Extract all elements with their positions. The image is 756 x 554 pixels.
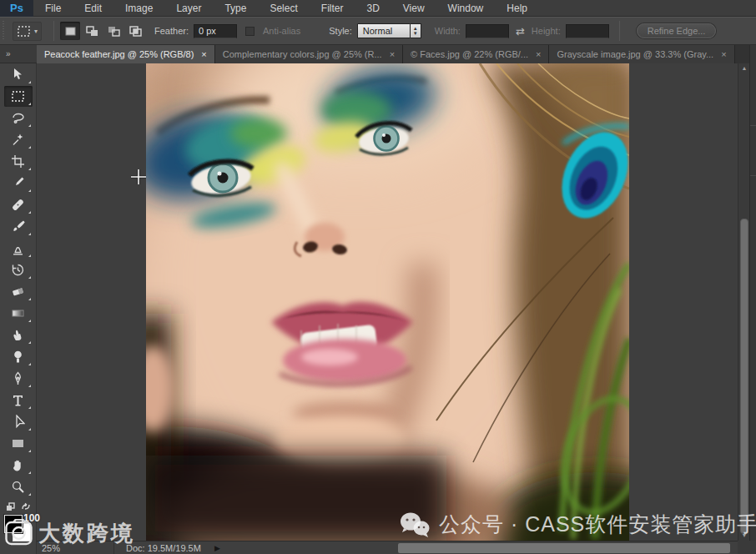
- anti-alias-checkbox[interactable]: [245, 27, 255, 36]
- bigdata-watermark: 100 大数跨境: [5, 514, 135, 547]
- menu-bar: Ps File Edit Image Layer Type Select Fil…: [0, 0, 756, 17]
- style-spinner[interactable]: ▲ ▼: [411, 23, 421, 38]
- double-arrow-icon: »: [6, 49, 10, 58]
- rectangular-marquee-tool[interactable]: [4, 86, 33, 107]
- clone-stamp-tool[interactable]: [4, 238, 33, 259]
- camera-logo-icon: 100: [5, 514, 35, 547]
- new-selection-button[interactable]: [60, 22, 80, 40]
- status-bar: 25% Doc: 19.5M/19.5M ▶: [37, 541, 738, 554]
- divider: [619, 21, 620, 41]
- move-tool[interactable]: [4, 64, 33, 85]
- zoom-tool[interactable]: [4, 476, 33, 497]
- tools-panel: [0, 63, 37, 554]
- feather-input[interactable]: [194, 24, 237, 38]
- feather-label: Feather:: [154, 26, 189, 36]
- close-icon[interactable]: ×: [536, 49, 541, 59]
- history-brush-tool[interactable]: [4, 259, 33, 280]
- document-canvas-area[interactable]: [37, 63, 738, 541]
- height-label: Height:: [532, 26, 561, 36]
- spinner-down-icon: ▼: [413, 31, 418, 36]
- eraser-tool[interactable]: [4, 281, 33, 302]
- chevron-down-icon: ▾: [34, 28, 38, 35]
- pen-tool[interactable]: [4, 368, 33, 389]
- tab-grayscale-image[interactable]: Grayscale image.jpg @ 33.3% (Gray... ×: [549, 45, 734, 63]
- panel-dock-edge: [749, 45, 756, 554]
- watermark-text: 公众号 · CASS软件安装管家助手: [439, 511, 756, 538]
- horizontal-scrollbar-thumb[interactable]: [398, 543, 730, 553]
- tab-title: Peacock feather.jpg @ 25% (RGB/8): [44, 49, 194, 59]
- refine-edge-button[interactable]: Refine Edge...: [637, 23, 717, 38]
- hand-tool[interactable]: [4, 455, 33, 476]
- path-selection-tool[interactable]: [4, 411, 33, 432]
- brush-tool[interactable]: [4, 216, 33, 237]
- doc-size-readout: Doc: 19.5M/19.5M: [126, 543, 201, 553]
- style-label: Style:: [329, 26, 352, 36]
- menu-filter[interactable]: Filter: [310, 0, 355, 17]
- gradient-tool[interactable]: [4, 303, 33, 324]
- add-to-selection-button[interactable]: [82, 22, 102, 40]
- crosshair-cursor: [130, 169, 147, 185]
- watermark-badge: 100: [23, 512, 40, 524]
- menu-3d[interactable]: 3D: [355, 0, 391, 17]
- width-input[interactable]: [466, 24, 509, 38]
- divider: [53, 21, 54, 41]
- dodge-tool[interactable]: [4, 346, 33, 367]
- tab-title: Grayscale image.jpg @ 33.3% (Gray...: [557, 49, 713, 59]
- vertical-scrollbar-thumb[interactable]: [740, 219, 748, 534]
- tab-complementary-colors[interactable]: Complementary colors.jpg @ 25% (R... ×: [215, 45, 403, 63]
- photoshop-logo: Ps: [0, 0, 33, 17]
- smudge-tool[interactable]: [4, 325, 33, 345]
- intersect-selection-button[interactable]: [125, 22, 145, 40]
- tab-title: Complementary colors.jpg @ 25% (R...: [223, 49, 382, 59]
- document-tab-bar: Peacock feather.jpg @ 25% (RGB/8) × Comp…: [37, 45, 749, 63]
- subtract-from-selection-button[interactable]: [103, 22, 123, 40]
- menu-type[interactable]: Type: [213, 0, 258, 17]
- default-colors-icon[interactable]: [6, 502, 16, 511]
- swap-dimensions-icon[interactable]: ⇄: [516, 25, 525, 38]
- watermark-text: 大数跨境: [38, 522, 135, 547]
- status-flyout-icon[interactable]: ▶: [214, 544, 220, 552]
- close-icon[interactable]: ×: [721, 49, 726, 59]
- menu-view[interactable]: View: [391, 0, 436, 17]
- tab-title: © Faces.jpg @ 22% (RGB/...: [411, 49, 528, 59]
- tab-peacock-feather[interactable]: Peacock feather.jpg @ 25% (RGB/8) ×: [37, 45, 215, 63]
- vertical-scrollbar[interactable]: ▲ ▼: [738, 63, 749, 541]
- height-input[interactable]: [566, 24, 609, 38]
- marquee-preset-icon: [17, 24, 31, 38]
- close-icon[interactable]: ×: [390, 49, 395, 59]
- tool-preset-picker[interactable]: ▾: [13, 22, 42, 41]
- peacock-feather-photo[interactable]: [146, 63, 629, 541]
- menu-layer[interactable]: Layer: [164, 0, 213, 17]
- menu-file[interactable]: File: [33, 0, 73, 17]
- style-dropdown[interactable]: Normal: [357, 23, 411, 38]
- photoshop-window: Ps File Edit Image Layer Type Select Fil…: [0, 0, 756, 554]
- options-bar-grip[interactable]: [3, 21, 4, 41]
- magic-wand-tool[interactable]: [4, 129, 33, 150]
- menu-edit[interactable]: Edit: [73, 0, 113, 17]
- wechat-watermark: 公众号 · CASS软件安装管家助手: [399, 511, 756, 538]
- type-tool[interactable]: [4, 390, 33, 410]
- anti-alias-label: Anti-alias: [263, 26, 300, 36]
- healing-brush-tool[interactable]: [4, 194, 33, 215]
- eyedropper-tool[interactable]: [4, 173, 33, 194]
- crop-tool[interactable]: [4, 151, 33, 172]
- width-label: Width:: [435, 26, 461, 36]
- tool-options-bar: ▾ Feather: Anti-alias Style: Normal ▲ ▼ …: [0, 17, 756, 45]
- wechat-icon: [399, 511, 431, 538]
- scroll-up-icon[interactable]: ▲: [738, 63, 750, 73]
- window-corner: [738, 541, 756, 554]
- menu-image[interactable]: Image: [113, 0, 164, 17]
- tab-faces[interactable]: © Faces.jpg @ 22% (RGB/... ×: [403, 45, 549, 63]
- close-icon[interactable]: ×: [201, 49, 206, 59]
- menu-window[interactable]: Window: [436, 0, 496, 17]
- swap-colors-icon[interactable]: [21, 502, 31, 511]
- toolbar-collapse-button[interactable]: »: [0, 45, 37, 63]
- swatch-mini-row: [4, 502, 33, 511]
- menu-help[interactable]: Help: [495, 0, 539, 17]
- rectangle-tool[interactable]: [4, 433, 33, 454]
- menu-select[interactable]: Select: [258, 0, 309, 17]
- lasso-tool[interactable]: [4, 108, 33, 128]
